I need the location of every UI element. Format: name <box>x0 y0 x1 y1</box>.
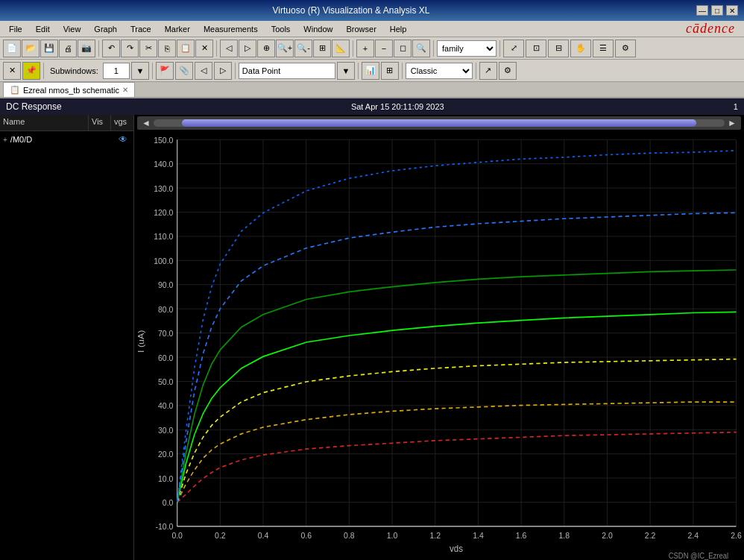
svg-text:-10.0: -10.0 <box>156 522 174 531</box>
family-select[interactable]: family <box>437 40 496 57</box>
nav-next-button[interactable]: ▷ <box>214 62 232 80</box>
svg-text:70.0: 70.0 <box>158 329 173 338</box>
data-point-input[interactable] <box>239 63 335 79</box>
menu-tools[interactable]: Tools <box>265 23 297 35</box>
toolbar-row-1: 📄 📂 💾 🖨 📷 ↶ ↷ ✂ ⎘ 📋 ✕ ◁ ▷ ⊕ 🔍+ 🔍- ⊞ 📐 + … <box>0 37 744 60</box>
select-all-button[interactable]: ☰ <box>593 40 614 57</box>
sep11 <box>476 63 476 79</box>
sep7 <box>152 63 153 79</box>
main-area: DC Response Sat Apr 15 20:11:09 2023 1 N… <box>0 98 744 560</box>
eye-icon[interactable]: 👁 <box>119 134 127 145</box>
data-point-dropdown[interactable]: ▼ <box>337 62 355 80</box>
tab-label: Ezreal nmos_tb schematic <box>23 86 119 95</box>
menu-file[interactable]: File <box>3 23 28 35</box>
scroll-track[interactable] <box>154 119 725 127</box>
zoom-out-button[interactable]: 🔍- <box>294 40 312 57</box>
scroll-thumb[interactable] <box>182 119 696 127</box>
plot-tools-group: + − ◻ 🔍 <box>356 40 430 57</box>
sep6 <box>43 63 44 79</box>
menu-graph[interactable]: Graph <box>88 23 123 35</box>
sep1 <box>98 40 99 57</box>
sidebar: Name Vis vgs + /M0/D 👁 <box>0 115 134 560</box>
flag-button[interactable]: 🚩 <box>156 62 174 80</box>
screenshot-button[interactable]: 📷 <box>78 40 95 57</box>
zoom-in-button[interactable]: 🔍+ <box>276 40 294 57</box>
snap2-button[interactable]: 📎 <box>175 62 193 80</box>
vis-indicator[interactable]: 👁 <box>116 134 130 145</box>
delete-button[interactable]: ✕ <box>195 40 213 57</box>
pan-button[interactable]: ✋ <box>570 40 591 57</box>
sep9 <box>358 63 359 79</box>
scroll-left-arrow[interactable]: ◄ <box>139 118 154 128</box>
svg-text:30.0: 30.0 <box>158 425 173 434</box>
zoom-window-button[interactable]: ⊡ <box>526 40 546 57</box>
zoom-box-button[interactable]: ⊞ <box>313 40 331 57</box>
zoom-fit-button[interactable]: ⊕ <box>257 40 275 57</box>
redo-button[interactable]: ↷ <box>121 40 139 57</box>
cut-button[interactable]: ✂ <box>139 40 157 57</box>
svg-text:60.0: 60.0 <box>158 353 173 362</box>
minimize-button[interactable]: — <box>696 5 708 16</box>
expand-button[interactable]: + <box>3 136 7 144</box>
menu-measurements[interactable]: Measurements <box>198 23 264 35</box>
menu-trace[interactable]: Trace <box>124 23 157 35</box>
cadence-logo: cādence <box>686 21 741 37</box>
horizontal-scrollbar[interactable]: ◄ ► <box>137 116 741 130</box>
sep10 <box>402 63 403 79</box>
measure-button[interactable]: 📐 <box>332 40 350 57</box>
menu-browser[interactable]: Browser <box>340 23 382 35</box>
menu-edit[interactable]: Edit <box>30 23 56 35</box>
zoom-prev-button[interactable]: ◁ <box>220 40 238 57</box>
subwindows-dropdown[interactable]: ▼ <box>131 62 149 80</box>
search-button[interactable]: 🔍 <box>412 40 430 57</box>
select-plot-button[interactable]: ◻ <box>394 40 412 57</box>
paste-button[interactable]: 📋 <box>177 40 195 57</box>
svg-text:100.0: 100.0 <box>154 257 173 265</box>
file-tools-group: 📄 📂 💾 🖨 📷 <box>3 40 95 57</box>
settings2-button[interactable]: ⚙ <box>499 62 517 80</box>
marker-button[interactable]: ✕ <box>3 62 21 80</box>
zoom-next-button[interactable]: ▷ <box>239 40 256 57</box>
copy-button[interactable]: ⎘ <box>158 40 176 57</box>
svg-text:2.6: 2.6 <box>731 530 742 539</box>
undo-button[interactable]: ↶ <box>102 40 120 57</box>
new-button[interactable]: 📄 <box>3 40 21 57</box>
bar-chart-button[interactable]: 📊 <box>362 62 379 80</box>
zoom-all-button[interactable]: ⤢ <box>503 40 524 57</box>
zoom-region-button[interactable]: ⊟ <box>548 40 569 57</box>
export-button[interactable]: ↗ <box>479 62 497 80</box>
tab-icon: 📋 <box>10 85 20 95</box>
subwindows-input[interactable] <box>103 63 130 79</box>
nav-prev-button[interactable]: ◁ <box>195 62 212 80</box>
menu-view[interactable]: View <box>57 23 87 35</box>
menu-marker[interactable]: Marker <box>159 23 196 35</box>
svg-text:I (uA): I (uA) <box>136 330 145 353</box>
tab-close-button[interactable]: ✕ <box>122 86 128 94</box>
svg-text:90.0: 90.0 <box>158 280 173 289</box>
svg-text:1.4: 1.4 <box>473 530 484 539</box>
svg-text:0.0: 0.0 <box>171 530 183 539</box>
open-button[interactable]: 📂 <box>22 40 40 57</box>
properties-button[interactable]: ⚙ <box>615 40 636 57</box>
item-name: /M0/D <box>10 135 113 144</box>
snap-button[interactable]: 📌 <box>22 62 40 80</box>
sidebar-header: Name Vis vgs <box>0 115 133 131</box>
save-button[interactable]: 💾 <box>40 40 58 57</box>
print-button[interactable]: 🖨 <box>59 40 77 57</box>
svg-text:CSDN @IC_Ezreal: CSDN @IC_Ezreal <box>669 551 728 559</box>
sidebar-item[interactable]: + /M0/D 👁 <box>0 131 133 148</box>
subwindows-label: Subwindows: <box>47 66 101 75</box>
sep2 <box>216 40 217 57</box>
remove-plot-button[interactable]: − <box>375 40 393 57</box>
menu-window[interactable]: Window <box>297 23 338 35</box>
dc-timestamp: Sat Apr 15 20:11:09 2023 <box>351 102 444 111</box>
maximize-button[interactable]: □ <box>711 5 723 16</box>
close-button[interactable]: ✕ <box>726 5 738 16</box>
svg-text:0.6: 0.6 <box>300 530 312 539</box>
grid-button[interactable]: ⊞ <box>381 62 399 80</box>
display-mode-select[interactable]: Classic <box>406 63 473 79</box>
scroll-right-arrow[interactable]: ► <box>725 118 740 128</box>
add-plot-button[interactable]: + <box>356 40 374 57</box>
ezreal-tab[interactable]: 📋 Ezreal nmos_tb schematic ✕ <box>3 82 135 97</box>
menu-help[interactable]: Help <box>384 23 413 35</box>
